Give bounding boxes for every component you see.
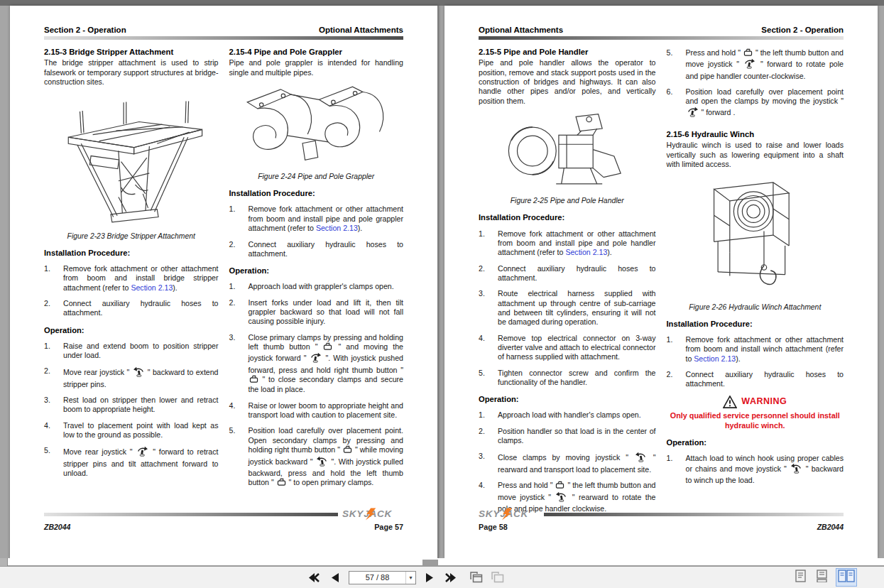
list-item-text: Connect auxiliary hydraulic hoses to att… — [63, 299, 219, 318]
continuous-view-button[interactable] — [814, 568, 829, 587]
doc-code: ZB2044 — [44, 523, 70, 531]
page-header: Optional Attachments Section 2 - Operati… — [479, 26, 844, 34]
first-page-button[interactable] — [307, 571, 322, 584]
operation-heading: Operation: — [667, 437, 844, 447]
warning-triangle-icon — [723, 396, 737, 408]
list-item-number: 2. — [479, 264, 498, 283]
list-item-text: Connect auxiliary hydraulic hoses to att… — [498, 264, 656, 283]
footer-rule — [544, 513, 844, 516]
install-list: 1.Remove fork attachment or other attach… — [479, 229, 656, 388]
section-intro: Pipe and pole handler allows the operato… — [479, 58, 656, 106]
scrollbar-thumb[interactable] — [422, 560, 438, 565]
duplicate-page-button-disabled[interactable] — [491, 571, 505, 584]
facing-pages-view-button[interactable] — [836, 568, 857, 587]
page-navigation: 57 / 88 ▾ — [307, 571, 505, 584]
list-item-text: Close clamps by moving joystick " " rear… — [498, 452, 656, 474]
list-item-text: Remove fork attachment or other attachme… — [249, 205, 404, 233]
list-item-number: 2. — [479, 427, 498, 446]
window-top-border — [0, 0, 884, 6]
list-item-text: Position handler so that load is in the … — [498, 427, 656, 446]
chevron-down-icon[interactable]: ▾ — [405, 572, 415, 584]
header-left-text: Optional Attachments — [479, 26, 563, 34]
page-number-input[interactable]: 57 / 88 ▾ — [349, 571, 416, 584]
joystick-forward-icon — [136, 446, 148, 459]
list-item-number: 5. — [667, 48, 686, 81]
list-item: 2.Connect auxiliary hydraulic hoses to a… — [229, 240, 404, 259]
list-item-text: Press and hold " " the left thumb button… — [686, 48, 844, 81]
list-item-text: Remove fork attachment or other attachme… — [686, 335, 844, 364]
pdf-page-57: Section 2 - Operation Optional Attachmen… — [10, 6, 439, 558]
page-header: Section 2 - Operation Optional Attachmen… — [44, 26, 403, 34]
single-page-view-button[interactable] — [793, 568, 808, 587]
next-page-button[interactable] — [422, 571, 437, 584]
figure-2-23-image — [44, 91, 219, 229]
list-item: 3.Close primary clamps by pressing and h… — [229, 333, 404, 395]
joystick-backward-icon — [635, 452, 647, 464]
install-heading: Installation Procedure: — [667, 319, 844, 329]
column-left: 2.15-5 Pipe and Pole Handler Pipe and po… — [479, 47, 656, 520]
list-item-text: Tighten connector screw and confirm the … — [498, 369, 656, 388]
page-layout-switcher — [793, 568, 857, 587]
list-item-text: Move rear joystick " " backward to exten… — [63, 366, 219, 389]
skyjack-logo: SKYJACK — [479, 508, 540, 521]
previous-page-button[interactable] — [328, 571, 342, 584]
list-item-text: Remove fork attachment or other attachme… — [63, 264, 219, 293]
page-number-label: Page 57 — [374, 523, 403, 531]
list-item: 5.Position load carefully over placement… — [229, 426, 404, 488]
horizontal-scrollbar[interactable] — [0, 558, 884, 567]
section-link[interactable]: Section 2.13 — [565, 248, 607, 256]
figure-caption: Figure 2-26 Hydraulic Winch Attachment — [667, 303, 844, 312]
column-left: 2.15-3 Bridge Stripper Attachment The br… — [44, 47, 219, 495]
section-heading: 2.15-3 Bridge Stripper Attachment — [44, 47, 219, 57]
last-page-button[interactable] — [443, 571, 457, 584]
list-item: 1.Attach load to winch hook using proper… — [667, 454, 844, 486]
section-link[interactable]: Section 2.13 — [131, 283, 173, 292]
list-item: 1.Raise and extend boom to position stri… — [44, 342, 219, 361]
viewer-status-bar: 57 / 88 ▾ — [0, 567, 884, 588]
section-link[interactable]: Section 2.13 — [316, 224, 358, 232]
footer-rule — [44, 513, 338, 516]
install-list: 1.Remove fork attachment or other attach… — [667, 335, 844, 389]
list-item-text: Rest load on stripper then lower and ret… — [63, 396, 219, 415]
page-indicator-value: 57 / 88 — [349, 573, 405, 582]
list-item-number: 3. — [479, 452, 498, 474]
section-heading: 2.15-5 Pipe and Pole Handler — [479, 47, 656, 57]
list-item-number: 4. — [229, 401, 249, 420]
list-item-number: 1. — [44, 264, 63, 293]
list-item-number: 5. — [44, 446, 63, 478]
section-link[interactable]: Section 2.13 — [694, 354, 736, 363]
list-item-number: 1. — [229, 205, 249, 233]
figure-2-25-image — [479, 110, 656, 195]
joystick-backward-icon — [555, 491, 567, 504]
warning-block: WARNING Only qualified service personnel… — [667, 396, 844, 430]
operation-heading: Operation: — [229, 266, 404, 276]
joystick-backward-icon — [790, 463, 802, 476]
list-item: 2.Position handler so that load is in th… — [479, 427, 656, 446]
list-item-number: 2. — [667, 370, 686, 389]
list-item-text: Approach load with handler's clamps open… — [498, 410, 656, 420]
list-item: 6.Position load carefully over placement… — [667, 87, 844, 119]
install-heading: Installation Procedure: — [479, 212, 656, 222]
joystick-forward-icon — [743, 58, 755, 71]
list-item-number: 5. — [229, 426, 249, 488]
section-intro: The bridge stripper attachment is used t… — [44, 58, 219, 87]
list-item-number: 2. — [229, 240, 249, 259]
list-item: 5.Tighten connector screw and confirm th… — [479, 369, 656, 388]
list-item: 1.Remove fork attachment or other attach… — [229, 205, 404, 233]
list-item-number: 3. — [44, 396, 63, 415]
figure-caption: Figure 2-23 Bridge Stripper Attachment — [44, 232, 219, 241]
list-item: 4.Travel to placement point with load ke… — [44, 421, 219, 440]
list-item: 1.Remove fork attachment or other attach… — [667, 335, 844, 364]
thumb-button-icon — [323, 342, 332, 352]
column-right: 5.Press and hold " " the left thumb butt… — [667, 47, 844, 520]
list-item-number: 1. — [44, 342, 63, 361]
list-item-number: 2. — [44, 366, 63, 389]
operation-heading: Operation: — [44, 325, 219, 335]
doc-code: ZB2044 — [817, 523, 844, 531]
figure-caption: Figure 2-25 Pipe and Pole Handler — [479, 196, 656, 205]
list-item-text: Close primary clamps by pressing and hol… — [249, 333, 404, 395]
figure-caption: Figure 2-24 Pipe and Pole Grappler — [229, 172, 404, 181]
warning-text: Only qualified service personnel should … — [667, 410, 844, 430]
scrollbar-corner — [0, 558, 8, 566]
open-new-window-button[interactable] — [469, 571, 484, 584]
